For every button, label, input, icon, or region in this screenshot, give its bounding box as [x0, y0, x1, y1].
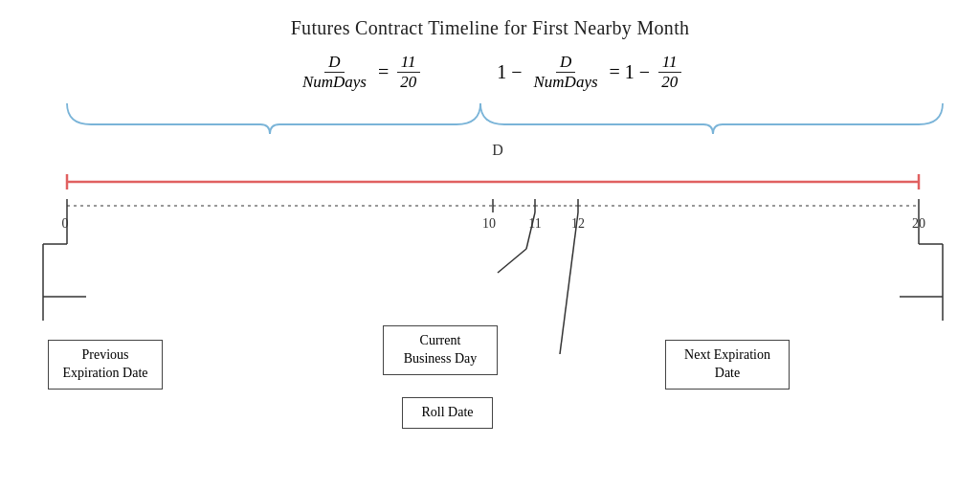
previous-expiration-label: PreviousExpiration Date [48, 340, 163, 390]
fraction-left: D NumDays [299, 53, 370, 92]
page-container: Futures Contract Timeline for First Near… [0, 0, 980, 490]
d-label: D [492, 142, 503, 158]
formula-left: D NumDays = 11 20 [299, 53, 420, 92]
current-business-day-text: CurrentBusiness Day [404, 333, 478, 366]
next-expiration-text: Next ExpirationDate [684, 347, 770, 380]
formula-right-prefix: 1 − [497, 61, 522, 83]
frac-left-den: NumDays [299, 73, 370, 92]
next-expiration-label: Next ExpirationDate [665, 340, 790, 390]
fraction-right-val: 11 20 [657, 53, 681, 92]
frac-left-val-den: 20 [396, 73, 420, 92]
roll-date-text: Roll Date [421, 405, 473, 419]
svg-text:12: 12 [571, 216, 585, 231]
frac-right-num: D [556, 53, 575, 73]
equals-left: = [378, 61, 389, 83]
svg-line-27 [560, 212, 578, 354]
frac-left-val-num: 11 [397, 53, 420, 73]
formula-row: D NumDays = 11 20 1 − D NumDays = 1 − 11… [0, 53, 980, 92]
frac-left-num: D [324, 53, 344, 73]
fraction-right: D NumDays [530, 53, 602, 92]
frac-right-den: NumDays [530, 73, 602, 92]
diagram-svg: D 0 10 11 12 20 [38, 96, 947, 479]
previous-expiration-text: PreviousExpiration Date [62, 347, 147, 380]
current-business-day-label: CurrentBusiness Day [383, 325, 498, 375]
svg-line-26 [498, 249, 526, 273]
svg-text:10: 10 [482, 216, 496, 231]
page-title: Futures Contract Timeline for First Near… [0, 0, 980, 39]
equals-right: = 1 − [610, 61, 651, 83]
roll-date-label: Roll Date [402, 397, 493, 429]
frac-right-val-num: 11 [658, 53, 681, 73]
fraction-left-val: 11 20 [396, 53, 420, 92]
frac-right-val-den: 20 [657, 73, 681, 92]
formula-right: 1 − D NumDays = 1 − 11 20 [497, 53, 681, 92]
